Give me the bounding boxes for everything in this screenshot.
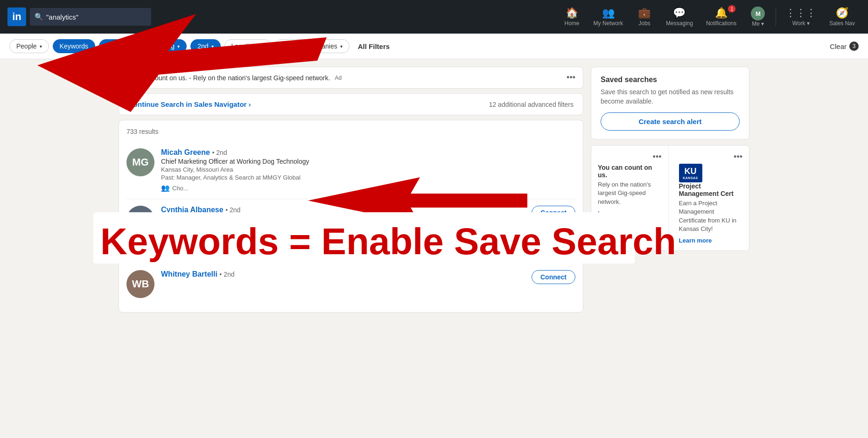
avatar-cynthia[interactable]: CA <box>126 206 154 234</box>
keywords-filter[interactable]: Keywords <box>53 39 95 53</box>
locations-filter-label: Locations <box>231 42 259 50</box>
degree-filter[interactable]: 2nd ▾ <box>190 39 220 53</box>
industry-filter-label: Marketing & Advertising <box>106 42 175 50</box>
ad-card-gig: ••• You can count on us. Rely on the nat… <box>591 146 669 250</box>
ad-card-gig-learn-more[interactable]: Learn more <box>598 210 631 217</box>
ad-card-ku-learn-more[interactable]: Learn more <box>679 237 712 244</box>
nav-item-messaging[interactable]: 💬 Messaging <box>660 4 699 29</box>
nav-item-sales-nav[interactable]: 🧭 Sales Nav <box>824 4 861 29</box>
sales-nav-link-text: Continue Search in Sales Navigator <box>128 100 246 108</box>
jobs-icon: 💼 <box>638 7 651 19</box>
saved-searches-card: Saved searches Save this search to get n… <box>591 67 749 139</box>
person-degree-cynthia: • 2nd <box>225 206 240 214</box>
messaging-icon: 💬 <box>673 7 686 19</box>
nav-item-work[interactable]: ⋮⋮⋮ Work ▾ <box>780 4 822 29</box>
ad-card-ku: ••• KU KANSAS Project Management Cert Ea… <box>672 146 749 250</box>
ad-banner: You can count on us. - Rely on the natio… <box>119 67 583 89</box>
sales-nav-chevron-icon: › <box>249 100 251 108</box>
avatar-whitney[interactable]: WB <box>126 270 154 298</box>
ad-card-ku-dots-icon[interactable]: ••• <box>679 152 743 162</box>
keywords-filter-label: Keywords <box>60 42 88 50</box>
person-connections-micah: 👥 Cho... <box>161 184 569 192</box>
nav-items: 🏠 Home 👥 My Network 💼 Jobs 💬 Messaging 🔔… <box>558 4 861 30</box>
person-degree-micah: • 2nd <box>212 149 227 156</box>
left-panel: You can count on us. - Rely on the natio… <box>119 67 583 313</box>
companies-filter[interactable]: Current companies ▾ <box>275 39 349 53</box>
ad-card-dots-icon[interactable]: ••• <box>598 152 662 162</box>
sales-nav-link[interactable]: Continue Search in Sales Navigator › <box>128 100 251 108</box>
clear-count-badge: 3 <box>849 42 859 51</box>
person-info-cynthia: Cynthia Albanese • 2nd Chief Marketing O… <box>161 206 525 257</box>
person-connections-text-cynthia: Gary Katz, Ronen Ben-Dror, and 45 other … <box>172 249 338 256</box>
person-name-micah[interactable]: Micah Greene <box>161 148 210 156</box>
person-info-micah: Micah Greene • 2nd Chief Marketing Offic… <box>161 148 569 192</box>
notifications-icon: 🔔 <box>715 7 728 19</box>
person-connections-text-micah: Cho... <box>172 185 189 192</box>
ad-text: You can count on us. - Rely on the natio… <box>126 74 330 82</box>
person-title-cynthia: Chief Marketing Officer <box>161 215 525 222</box>
connect-button-whitney[interactable]: Connect <box>532 270 575 284</box>
locations-chevron-icon: ▾ <box>262 44 264 49</box>
industry-filter[interactable]: Marketing & Advertising ▾ <box>99 39 187 53</box>
companies-filter-label: Current companies <box>282 42 337 50</box>
nav-label-home: Home <box>565 20 580 27</box>
companies-chevron-icon: ▾ <box>340 44 343 49</box>
sales-nav-icon: 🧭 <box>836 7 848 19</box>
navbar: in 🔍 🏠 Home 👥 My Network 💼 Jobs 💬 Messag… <box>0 0 868 34</box>
nav-label-me: Me ▾ <box>752 21 764 27</box>
person-card-micah: MG Micah Greene • 2nd Chief Marketing Of… <box>126 142 575 199</box>
avatar-micah[interactable]: MG <box>126 148 154 176</box>
all-filters-button[interactable]: All Filters <box>353 40 394 53</box>
ad-card-ku-title: Project Management Cert <box>679 182 743 197</box>
nav-label-messaging: Messaging <box>666 20 693 27</box>
results-count: 733 results <box>126 128 575 135</box>
ad-dots-icon[interactable]: ••• <box>567 73 575 83</box>
person-card-cynthia: CA Cynthia Albanese • 2nd Chief Marketin… <box>126 199 575 264</box>
nav-label-jobs: Jobs <box>638 20 650 27</box>
person-degree-whitney: • 2nd <box>219 271 234 278</box>
nav-label-work: Work ▾ <box>792 20 810 27</box>
person-past-micah: Past: Manager, Analytics & Search at MMG… <box>161 174 569 181</box>
nav-item-notifications[interactable]: 🔔 1 Notifications <box>700 4 742 29</box>
saved-searches-title: Saved searches <box>601 76 740 84</box>
search-input[interactable] <box>46 13 147 21</box>
people-chevron-icon: ▾ <box>40 44 42 49</box>
people-filter[interactable]: People ▾ <box>9 39 49 53</box>
person-card-whitney: WB Whitney Bartelli • 2nd Connect <box>126 264 575 305</box>
ad-cards-row: ••• You can count on us. Rely on the nat… <box>591 145 749 251</box>
work-icon: ⋮⋮⋮ <box>785 7 816 19</box>
person-past-cynthia: Past: Director, (Marketing) Operations a… <box>161 231 525 245</box>
person-name-whitney[interactable]: Whitney Bartelli <box>161 270 217 278</box>
nav-item-home[interactable]: 🏠 Home <box>558 4 586 29</box>
connections-icon-cynthia: 👥 <box>161 248 170 257</box>
clear-label: Clear <box>830 42 847 50</box>
sales-nav-banner: Continue Search in Sales Navigator › 12 … <box>119 93 583 115</box>
person-location-micah: Kansas City, Missouri Area <box>161 166 569 173</box>
nav-item-jobs[interactable]: 💼 Jobs <box>630 4 658 29</box>
filter-bar: People ▾ Keywords Marketing & Advertisin… <box>0 34 868 59</box>
person-name-cynthia[interactable]: Cynthia Albanese <box>161 206 224 214</box>
clear-filters-button[interactable]: Clear 3 <box>830 42 859 51</box>
ad-label: Ad <box>335 75 342 81</box>
degree-chevron-icon: ▾ <box>211 44 214 49</box>
locations-filter[interactable]: Locations ▾ <box>224 39 272 53</box>
main-content: You can count on us. - Rely on the natio… <box>107 59 761 320</box>
home-icon: 🏠 <box>566 7 578 19</box>
advanced-filters-text: 12 additional advanced filters <box>489 101 574 108</box>
people-filter-label: People <box>16 42 37 50</box>
degree-filter-label: 2nd <box>197 42 208 50</box>
person-connections-cynthia: 👥 Gary Katz, Ronen Ben-Dror, and 45 othe… <box>161 248 525 257</box>
person-title-micah: Chief Marketing Officer at Working Dog T… <box>161 158 569 165</box>
create-search-alert-button[interactable]: Create search alert <box>601 112 740 131</box>
me-avatar: M <box>751 7 765 21</box>
right-panel: Saved searches Save this search to get n… <box>591 67 749 313</box>
ad-card-ku-desc: Earn a Project Management Certificate fr… <box>679 199 743 233</box>
search-container: 🔍 <box>30 8 151 26</box>
person-location-cynthia: Houston, Texas Area <box>161 223 525 230</box>
nav-item-me[interactable]: M Me ▾ <box>744 4 772 30</box>
connect-button-cynthia[interactable]: Connect <box>532 206 575 220</box>
linkedin-logo[interactable]: in <box>7 7 26 26</box>
ad-card-gig-desc: Rely on the nation's largest Gig-speed n… <box>598 181 662 206</box>
nav-label-notifications: Notifications <box>706 20 736 27</box>
nav-item-my-network[interactable]: 👥 My Network <box>588 4 629 29</box>
